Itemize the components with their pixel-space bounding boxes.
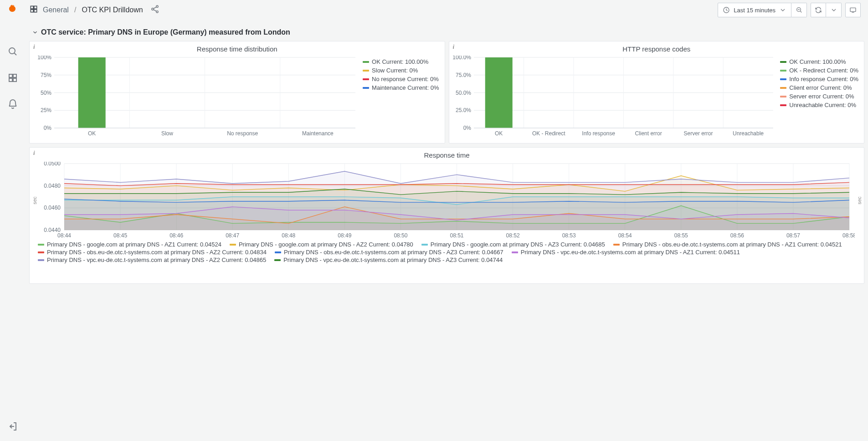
- legend-swatch: [38, 251, 44, 253]
- legend-item[interactable]: Client error Current: 0%: [780, 84, 858, 91]
- svg-text:Unreachable: Unreachable: [733, 130, 764, 137]
- legend-item[interactable]: Primary DNS - vpc.eu-de.otc.t-systems.co…: [512, 249, 740, 256]
- row-header[interactable]: OTC service: Primary DNS in Europe (Germ…: [26, 20, 868, 41]
- svg-text:08:45: 08:45: [113, 232, 127, 239]
- legend-item[interactable]: Primary DNS - google.com at primary DNS …: [421, 241, 605, 248]
- svg-text:08:44: 08:44: [57, 232, 71, 239]
- legend-item[interactable]: OK Current: 100.00%: [363, 58, 439, 65]
- chart-bar2[interactable]: 0%25.0%50.0%75.0%100.0%OKOK - RedirectIn…: [453, 56, 776, 138]
- panel-title[interactable]: Response time distribution: [30, 41, 445, 56]
- refresh-group: [811, 3, 842, 17]
- svg-rect-51: [485, 57, 512, 128]
- legend-label: Primary DNS - obs.eu-de.otc.t-systems.co…: [284, 249, 503, 256]
- legend-label: Server error Current: 0%: [789, 93, 854, 100]
- svg-point-11: [156, 5, 158, 7]
- signout-icon[interactable]: [4, 417, 22, 436]
- legend-label: Primary DNS - obs.eu-de.otc.t-systems.co…: [622, 241, 842, 248]
- apps-icon[interactable]: [29, 5, 38, 15]
- breadcrumb: General / OTC KPI Drilldown: [29, 5, 159, 15]
- svg-rect-5: [13, 78, 16, 82]
- share-icon[interactable]: [150, 5, 159, 15]
- svg-text:08:54: 08:54: [618, 232, 632, 239]
- legend-item[interactable]: OK - Redirect Current: 0%: [780, 67, 858, 74]
- legend-label: Primary DNS - vpc.eu-de.otc.t-systems.co…: [47, 256, 266, 263]
- topbar: General / OTC KPI Drilldown Last 15 minu…: [26, 0, 868, 20]
- y-axis-label-left: sec: [32, 196, 37, 204]
- refresh-interval-button[interactable]: [826, 3, 842, 17]
- svg-text:08:47: 08:47: [226, 232, 239, 239]
- legend-item[interactable]: Server error Current: 0%: [780, 93, 858, 100]
- legend-bar1: OK Current: 100.00%Slow Current: 0%No re…: [361, 56, 441, 138]
- svg-rect-4: [9, 78, 12, 82]
- legend-item[interactable]: OK Current: 100.00%: [780, 58, 858, 65]
- nav-rail: [0, 0, 26, 441]
- svg-rect-7: [31, 6, 33, 9]
- svg-text:Client error: Client error: [635, 130, 662, 137]
- legend-swatch: [512, 251, 518, 253]
- legend-item[interactable]: Primary DNS - google.com at primary DNS …: [38, 241, 221, 248]
- time-range-text: Last 15 minutes: [734, 7, 776, 14]
- svg-rect-9: [31, 10, 33, 12]
- legend-swatch: [780, 104, 786, 106]
- legend-item[interactable]: Primary DNS - obs.eu-de.otc.t-systems.co…: [613, 241, 842, 248]
- search-icon[interactable]: [4, 42, 22, 61]
- main-column: General / OTC KPI Drilldown Last 15 minu…: [26, 0, 868, 441]
- chart-bar1[interactable]: 0%25%50%75%100%OKSlowNo responseMaintena…: [33, 56, 358, 138]
- time-picker-group: Last 15 minutes: [718, 3, 807, 17]
- svg-text:08:49: 08:49: [338, 232, 351, 239]
- time-range-picker[interactable]: Last 15 minutes: [718, 3, 791, 17]
- legend-label: No response Current: 0%: [372, 76, 439, 82]
- legend-label: Primary DNS - google.com at primary DNS …: [47, 241, 221, 248]
- legend-label: Primary DNS - google.com at primary DNS …: [431, 241, 605, 248]
- legend-swatch: [613, 244, 620, 246]
- legend-label: Slow Current: 0%: [372, 67, 418, 74]
- breadcrumb-sep: /: [73, 6, 77, 14]
- panel-title[interactable]: Response time: [30, 148, 864, 162]
- svg-text:0.0460: 0.0460: [44, 205, 61, 211]
- svg-rect-10: [34, 10, 37, 12]
- legend-item[interactable]: Slow Current: 0%: [363, 67, 439, 74]
- chart-line[interactable]: 0.04400.04600.04800.050008:4408:4508:460…: [39, 162, 855, 239]
- legend-swatch: [363, 87, 369, 89]
- legend-swatch: [274, 259, 281, 261]
- legend-item[interactable]: Primary DNS - google.com at primary DNS …: [230, 241, 413, 248]
- dashboards-icon[interactable]: [4, 69, 22, 87]
- legend-label: Primary DNS - vpc.eu-de.otc.t-systems.co…: [283, 256, 503, 263]
- svg-text:Server error: Server error: [683, 130, 713, 137]
- legend-item[interactable]: Primary DNS - obs.eu-de.otc.t-systems.co…: [38, 249, 267, 256]
- legend-item[interactable]: No response Current: 0%: [363, 76, 439, 82]
- grafana-logo[interactable]: [7, 4, 18, 16]
- legend-item[interactable]: Primary DNS - vpc.eu-de.otc.t-systems.co…: [38, 256, 266, 263]
- svg-text:Info response: Info response: [582, 130, 615, 137]
- breadcrumb-title[interactable]: OTC KPI Drilldown: [82, 6, 143, 14]
- legend-label: OK Current: 100.00%: [789, 58, 846, 65]
- legend-swatch: [780, 78, 786, 80]
- panel-info-icon[interactable]: i: [453, 43, 455, 51]
- svg-text:08:46: 08:46: [169, 232, 183, 239]
- svg-rect-2: [9, 74, 12, 77]
- legend-item[interactable]: Info response Current: 0%: [780, 76, 858, 82]
- breadcrumb-folder[interactable]: General: [43, 6, 69, 14]
- svg-text:Maintenance: Maintenance: [302, 130, 334, 137]
- legend-item[interactable]: Unreachable Current: 0%: [780, 102, 858, 108]
- zoom-out-button[interactable]: [791, 3, 807, 17]
- legend-label: Info response Current: 0%: [789, 76, 858, 82]
- legend-item[interactable]: Primary DNS - obs.eu-de.otc.t-systems.co…: [275, 249, 503, 256]
- refresh-button[interactable]: [811, 3, 826, 17]
- legend-item[interactable]: Maintenance Current: 0%: [363, 84, 439, 91]
- panel-title[interactable]: HTTP response codes: [449, 41, 864, 56]
- panel-info-icon[interactable]: i: [33, 43, 35, 51]
- svg-text:08:55: 08:55: [674, 232, 688, 239]
- svg-text:08:58: 08:58: [842, 232, 855, 239]
- svg-text:75.0%: 75.0%: [456, 72, 471, 78]
- legend-item[interactable]: Primary DNS - vpc.eu-de.otc.t-systems.co…: [274, 256, 503, 263]
- svg-text:OK - Redirect: OK - Redirect: [532, 130, 565, 137]
- svg-text:08:50: 08:50: [394, 232, 407, 239]
- svg-line-18: [800, 11, 801, 12]
- tv-mode-button[interactable]: [845, 3, 861, 17]
- chevron-down-icon: [32, 29, 38, 36]
- legend-label: OK - Redirect Current: 0%: [789, 67, 858, 74]
- panel-info-icon[interactable]: i: [33, 149, 35, 157]
- alerting-icon[interactable]: [4, 95, 22, 113]
- svg-line-15: [153, 10, 156, 11]
